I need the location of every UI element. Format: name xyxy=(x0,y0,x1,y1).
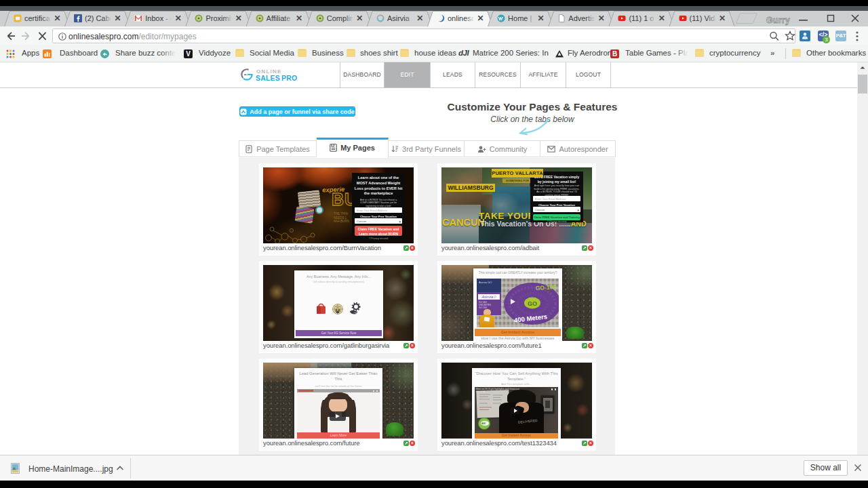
svg-text:GO: GO xyxy=(528,300,537,307)
svg-text:GO-100: GO-100 xyxy=(535,283,556,291)
